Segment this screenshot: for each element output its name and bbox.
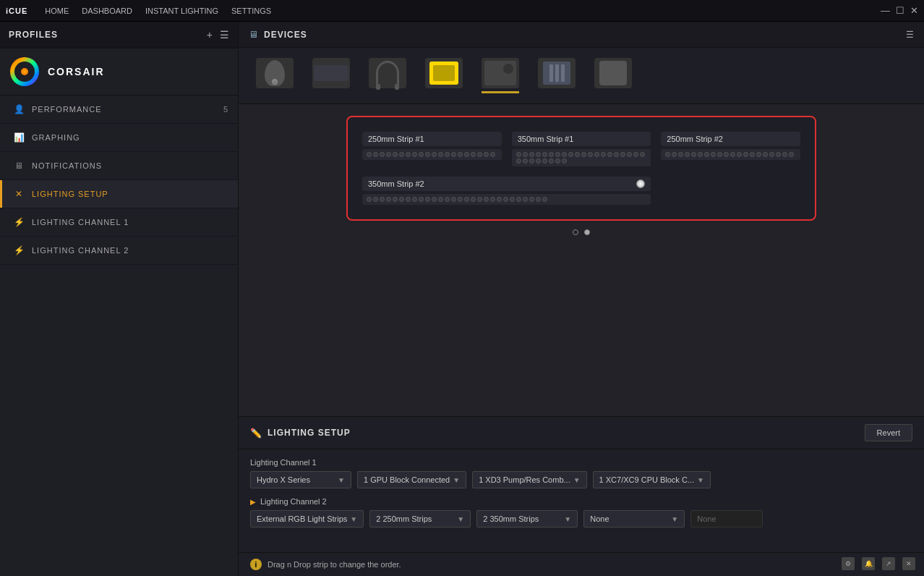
bottom-bar: ⚙ 🔔 ↗ ✕ <box>842 557 915 570</box>
bottom-icon-3[interactable]: ↗ <box>882 557 895 570</box>
device-mouse[interactable] <box>250 55 299 96</box>
led <box>458 197 463 202</box>
nav-instant-lighting[interactable]: INSTANT LIGHTING <box>145 7 218 15</box>
psu-shape <box>429 62 458 85</box>
mobo-indicator <box>482 91 519 93</box>
pagination-dot-2[interactable] <box>584 229 590 235</box>
led <box>717 152 722 157</box>
led <box>399 152 404 157</box>
device-mobo[interactable] <box>476 55 525 96</box>
revert-button[interactable]: Revert <box>865 424 912 441</box>
strip-grid: 250mm Strip #1 350mm Strip #1 250mm Stri… <box>362 132 800 205</box>
channel-1-label: Lighting Channel 1 <box>250 458 912 467</box>
device-fan[interactable] <box>589 55 638 96</box>
led <box>536 197 541 202</box>
viz-area: 250mm Strip #1 350mm Strip #1 250mm Stri… <box>239 104 924 416</box>
sidebar-label-performance: PERFORMANCE <box>32 105 102 114</box>
channel-1-pump-select[interactable]: 1 XD3 Pump/Res Comb... ▼ <box>472 471 586 488</box>
channel-1-gpu-select[interactable]: 1 GPU Block Connected ▼ <box>357 471 466 488</box>
led <box>529 152 534 157</box>
profile-icon-dot <box>21 68 28 75</box>
device-keyboard[interactable] <box>307 55 356 96</box>
close-button[interactable]: ✕ <box>910 5 918 16</box>
led <box>763 152 768 157</box>
led <box>503 197 508 202</box>
hint-bar: i Drag n Drop strip to change the order. <box>239 552 924 576</box>
led <box>477 152 482 157</box>
led <box>484 197 489 202</box>
fan-indicator <box>594 91 632 93</box>
sidebar-item-lighting-channel-2[interactable]: ⚡ LIGHTING CHANNEL 2 <box>0 237 238 265</box>
sidebar-item-notifications[interactable]: 🖥 NOTIFICATIONS <box>0 152 238 180</box>
bottom-icon-1[interactable]: ⚙ <box>842 557 855 570</box>
channel-2-type-select[interactable]: External RGB Light Strips ▼ <box>250 510 364 528</box>
channel-2-none-select[interactable]: None ▼ <box>583 510 685 528</box>
led <box>730 152 735 157</box>
led <box>665 152 670 157</box>
hint-text: Drag n Drop strip to change the order. <box>268 560 401 569</box>
channel-2-none-static: None <box>690 510 763 528</box>
channel-1-type-select[interactable]: Hydro X Series ▼ <box>250 471 351 488</box>
ram-shape <box>543 62 570 85</box>
sidebar-item-graphing[interactable]: 📊 GRAPHING <box>0 124 238 152</box>
strip-4-icon[interactable] <box>636 179 645 188</box>
strip-item-2: 350mm Strip #1 <box>512 132 651 166</box>
content-area: 🖥 DEVICES ☰ <box>239 22 924 576</box>
led <box>419 152 424 157</box>
led <box>640 152 645 157</box>
led <box>581 152 586 157</box>
sidebar-item-performance[interactable]: 👤 PERFORMANCE 5 <box>0 96 238 124</box>
title-bar-nav: HOME DASHBOARD INSTANT LIGHTING SETTINGS <box>45 7 271 15</box>
strip-label-3: 250mm Strip #2 <box>661 132 800 146</box>
maximize-button[interactable]: ☐ <box>896 5 904 16</box>
led <box>672 152 677 157</box>
pagination-dot-1[interactable] <box>573 229 578 235</box>
device-headset[interactable] <box>363 55 412 96</box>
led <box>490 197 495 202</box>
ram-thumb <box>538 58 576 88</box>
led <box>393 152 398 157</box>
devices-title: DEVICES <box>264 30 307 40</box>
keyboard-shape <box>314 65 348 81</box>
profiles-menu-button[interactable]: ☰ <box>220 29 229 41</box>
led <box>523 158 528 164</box>
devices-header: 🖥 DEVICES ☰ <box>239 22 924 48</box>
keyboard-thumb <box>312 58 350 88</box>
led <box>471 197 476 202</box>
select-arrow: ▼ <box>564 515 571 523</box>
sidebar-item-lighting-setup[interactable]: ✕ LIGHTING SETUP <box>0 180 238 208</box>
mouse-thumb <box>256 58 294 88</box>
lighting-setup-title: LIGHTING SETUP <box>268 428 351 438</box>
device-psu[interactable] <box>419 55 469 96</box>
led <box>484 152 489 157</box>
led <box>367 152 372 157</box>
profile-icon-inner <box>14 62 35 82</box>
nav-home[interactable]: HOME <box>45 7 69 15</box>
performance-badge: 5 <box>223 105 228 114</box>
lighting-channels: Lighting Channel 1 Hydro X Series ▼ 1 GP… <box>239 449 924 545</box>
bottom-icon-4[interactable]: ✕ <box>902 557 915 570</box>
led <box>549 152 554 157</box>
led <box>620 152 625 157</box>
sidebar-item-lighting-channel-1[interactable]: ⚡ LIGHTING CHANNEL 1 <box>0 208 238 237</box>
led <box>633 152 638 157</box>
graphing-icon: 📊 <box>13 132 25 143</box>
led <box>373 152 378 157</box>
sidebar-profile[interactable]: CORSAIR <box>0 48 238 96</box>
device-ram[interactable] <box>532 55 581 96</box>
psu-indicator <box>425 91 463 93</box>
led <box>568 152 573 157</box>
select-arrow: ▼ <box>350 515 357 523</box>
nav-dashboard[interactable]: DASHBOARD <box>82 7 132 15</box>
devices-menu-icon[interactable]: ☰ <box>906 30 914 40</box>
nav-settings[interactable]: SETTINGS <box>231 7 271 15</box>
lighting-setup-header-left: ✏️ LIGHTING SETUP <box>250 428 351 439</box>
led <box>750 152 755 157</box>
ram-stick-3 <box>561 64 565 82</box>
channel-2-250mm-select[interactable]: 2 250mm Strips ▼ <box>369 510 471 528</box>
channel-1-cpu-select[interactable]: 1 XC7/XC9 CPU Block C... ▼ <box>593 471 711 488</box>
minimize-button[interactable]: — <box>881 5 890 16</box>
bottom-icon-2[interactable]: 🔔 <box>862 557 875 570</box>
add-profile-button[interactable]: + <box>207 29 213 41</box>
channel-2-350mm-select[interactable]: 2 350mm Strips ▼ <box>476 510 578 528</box>
